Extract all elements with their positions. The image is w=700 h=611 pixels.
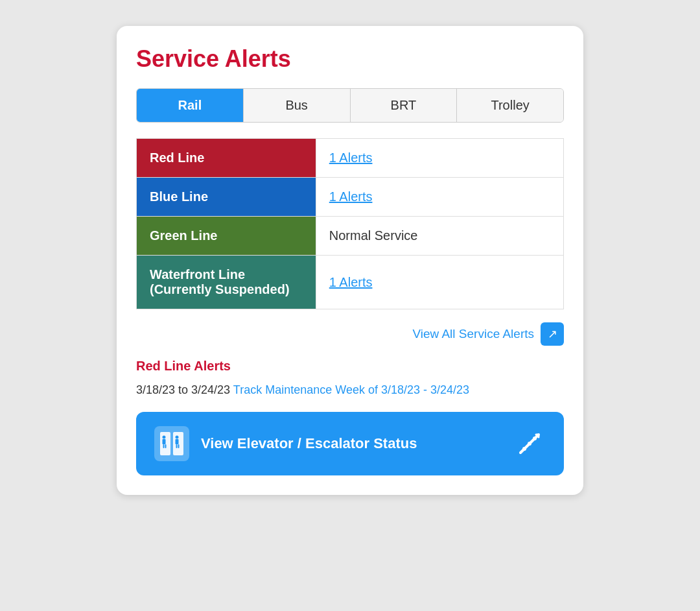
alerts-section-title: Red Line Alerts	[136, 359, 564, 374]
escalator-icon	[513, 427, 546, 460]
svg-rect-8	[176, 444, 178, 448]
view-all-alerts-link[interactable]: View All Service Alerts	[412, 327, 534, 341]
green-line-status: Normal Service	[316, 217, 563, 256]
tab-brt[interactable]: BRT	[351, 89, 458, 122]
table-row: Green Line Normal Service	[137, 217, 564, 256]
svg-point-12	[528, 442, 531, 446]
tab-bus[interactable]: Bus	[244, 89, 351, 122]
svg-point-2	[163, 436, 166, 439]
elevator-svg-icon	[159, 431, 185, 457]
elevator-banner-text: View Elevator / Escalator Status	[201, 435, 502, 452]
svg-rect-5	[165, 444, 167, 448]
svg-rect-7	[176, 439, 179, 444]
service-alerts-card: Service Alerts Rail Bus BRT Trolley Red …	[117, 26, 583, 495]
table-row: Blue Line 1 Alerts	[137, 178, 564, 217]
waterfront-line-label: Waterfront Line (Currently Suspended)	[137, 256, 316, 309]
page-title: Service Alerts	[136, 45, 564, 73]
transit-type-tabs: Rail Bus BRT Trolley	[136, 88, 564, 123]
waterfront-line-status[interactable]: 1 Alerts	[316, 256, 563, 309]
blue-line-label: Blue Line	[137, 178, 316, 217]
tab-trolley[interactable]: Trolley	[457, 89, 563, 122]
escalator-svg-icon	[515, 429, 544, 458]
table-row: Red Line 1 Alerts	[137, 139, 564, 178]
alerts-section: Red Line Alerts 3/18/23 to 3/24/23 Track…	[136, 359, 564, 399]
table-row: Waterfront Line (Currently Suspended) 1 …	[137, 256, 564, 309]
svg-rect-3	[163, 439, 166, 444]
external-link-icon[interactable]: ↗	[541, 322, 564, 346]
svg-point-13	[533, 437, 537, 440]
red-line-alerts-link[interactable]: 1 Alerts	[329, 150, 373, 165]
alert-link[interactable]: Track Maintenance Week of 3/18/23 - 3/24…	[233, 383, 469, 396]
tab-rail[interactable]: Rail	[137, 89, 244, 122]
alert-item: 3/18/23 to 3/24/23 Track Maintenance Wee…	[136, 381, 564, 399]
elevator-escalator-banner[interactable]: View Elevator / Escalator Status	[136, 412, 564, 475]
alert-date: 3/18/23 to 3/24/23	[136, 383, 233, 396]
svg-rect-4	[163, 444, 165, 448]
svg-rect-9	[178, 444, 180, 448]
svg-point-6	[176, 436, 179, 439]
red-line-status[interactable]: 1 Alerts	[316, 139, 563, 178]
blue-line-alerts-link[interactable]: 1 Alerts	[329, 189, 373, 204]
elevator-icon	[154, 426, 189, 461]
red-line-label: Red Line	[137, 139, 316, 178]
green-line-label: Green Line	[137, 217, 316, 256]
waterfront-line-alerts-link[interactable]: 1 Alerts	[329, 275, 373, 289]
svg-point-11	[522, 447, 526, 451]
view-all-row: View All Service Alerts ↗	[136, 322, 564, 346]
lines-table: Red Line 1 Alerts Blue Line 1 Alerts Gre…	[136, 138, 564, 309]
blue-line-status[interactable]: 1 Alerts	[316, 178, 563, 217]
